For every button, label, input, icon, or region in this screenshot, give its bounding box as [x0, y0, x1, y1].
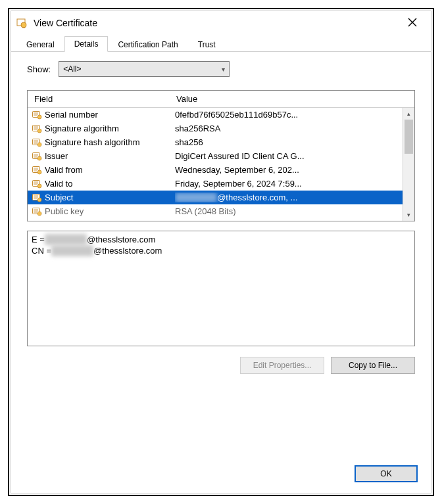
- show-selected-value: <All>: [63, 64, 81, 74]
- fields-list[interactable]: Field Value Serial number0fefbd76f65025e…: [27, 90, 415, 221]
- scroll-down-button[interactable]: ▾: [403, 209, 414, 221]
- detail-line: CN = xxxxx.xxxx@thesslstore.com: [32, 245, 410, 256]
- close-icon: [408, 18, 417, 27]
- field-row[interactable]: Serial number0fefbd76f65025eb111d69b57c.…: [28, 108, 403, 122]
- window-title: View Certificate: [34, 18, 401, 28]
- show-filter-row: Show: <All> ▾: [27, 61, 415, 77]
- field-row[interactable]: IssuerDigiCert Assured ID Client CA G...: [28, 149, 403, 163]
- field-name: Subject: [45, 193, 175, 202]
- fields-list-body: Serial number0fefbd76f65025eb111d69b57c.…: [28, 108, 414, 221]
- scroll-track[interactable]: [403, 120, 414, 209]
- scroll-up-button[interactable]: ▴: [403, 108, 414, 120]
- dialog-footer: OK: [11, 459, 431, 493]
- tab-trust[interactable]: Trust: [188, 37, 226, 52]
- svg-point-8: [37, 115, 41, 119]
- edit-properties-button: Edit Properties...: [240, 357, 324, 374]
- title-bar: View Certificate: [11, 11, 431, 34]
- field-row[interactable]: Signature hash algorithmsha256: [28, 135, 403, 149]
- field-value: sha256RSA: [175, 124, 403, 133]
- fields-rows: Serial number0fefbd76f65025eb111d69b57c.…: [28, 108, 403, 221]
- chevron-down-icon: ▾: [222, 66, 225, 73]
- field-icon: [32, 179, 42, 189]
- field-value: Friday, September 6, 2024 7:59...: [175, 179, 403, 189]
- field-value: sha256: [175, 137, 403, 147]
- field-value: RSA (2048 Bits): [175, 206, 403, 216]
- field-name: Public key: [45, 206, 175, 216]
- tab-certification-path[interactable]: Certification Path: [108, 37, 187, 52]
- field-name: Signature algorithm: [45, 124, 175, 133]
- svg-point-18: [37, 143, 41, 147]
- svg-point-43: [37, 212, 41, 216]
- close-button[interactable]: [401, 18, 424, 29]
- details-panel: Show: <All> ▾ Field Value Serial number0…: [11, 52, 431, 459]
- tab-general[interactable]: General: [16, 37, 64, 52]
- tab-strip: General Details Certification Path Trust: [11, 34, 431, 52]
- fields-list-header: Field Value: [28, 91, 414, 108]
- redacted-text: xxxxx.xxxx: [175, 193, 217, 202]
- ok-button[interactable]: OK: [355, 465, 418, 482]
- field-row[interactable]: Valid fromWednesday, September 6, 202...: [28, 163, 403, 177]
- field-icon: [32, 110, 42, 120]
- field-row[interactable]: Subjectxxxxx.xxxx@thesslstore.com, ...: [28, 191, 403, 204]
- show-label: Show:: [27, 64, 51, 74]
- field-icon: [32, 151, 42, 162]
- field-value: DigiCert Assured ID Client CA G...: [175, 151, 403, 161]
- svg-point-28: [37, 170, 41, 174]
- show-dropdown[interactable]: <All> ▾: [59, 61, 230, 77]
- screenshot-frame: View Certificate General Details Certifi…: [8, 8, 434, 496]
- field-name: Valid from: [45, 165, 175, 175]
- redacted-text: xxxxx.xxxx: [51, 245, 93, 256]
- vertical-scrollbar[interactable]: ▴ ▾: [403, 108, 414, 221]
- field-icon: [32, 206, 42, 217]
- svg-point-38: [37, 198, 41, 202]
- field-value: 0fefbd76f65025eb111d69b57c...: [175, 110, 403, 120]
- column-header-field[interactable]: Field: [28, 94, 175, 104]
- svg-point-33: [37, 184, 41, 188]
- tab-details[interactable]: Details: [64, 36, 109, 52]
- field-icon: [32, 165, 42, 175]
- field-name: Valid to: [45, 179, 175, 189]
- svg-point-23: [37, 156, 41, 160]
- field-name: Issuer: [45, 151, 175, 161]
- action-button-row: Edit Properties... Copy to File...: [27, 357, 415, 374]
- field-name: Signature hash algorithm: [45, 137, 175, 147]
- field-row[interactable]: Valid toFriday, September 6, 2024 7:59..…: [28, 177, 403, 191]
- svg-point-13: [37, 129, 41, 133]
- column-header-value[interactable]: Value: [175, 94, 414, 104]
- field-icon: [32, 124, 42, 134]
- copy-to-file-button[interactable]: Copy to File...: [331, 357, 415, 374]
- certificate-dialog: View Certificate General Details Certifi…: [11, 11, 431, 493]
- field-value: xxxxx.xxxx@thesslstore.com, ...: [175, 193, 403, 202]
- detail-line: E = xxxxx.xxxx@thesslstore.com: [32, 234, 410, 245]
- field-icon: [32, 193, 42, 203]
- field-row[interactable]: Public keyRSA (2048 Bits): [28, 204, 403, 218]
- field-name: Serial number: [45, 110, 175, 120]
- field-icon: [32, 137, 42, 148]
- redacted-text: xxxxx.xxxx: [45, 234, 87, 245]
- field-value: Wednesday, September 6, 202...: [175, 165, 403, 175]
- certificate-icon: [16, 18, 27, 28]
- field-row[interactable]: Signature algorithmsha256RSA: [28, 122, 403, 135]
- detail-textarea[interactable]: E = xxxxx.xxxx@thesslstore.comCN = xxxxx…: [27, 231, 415, 346]
- scroll-thumb[interactable]: [405, 120, 413, 154]
